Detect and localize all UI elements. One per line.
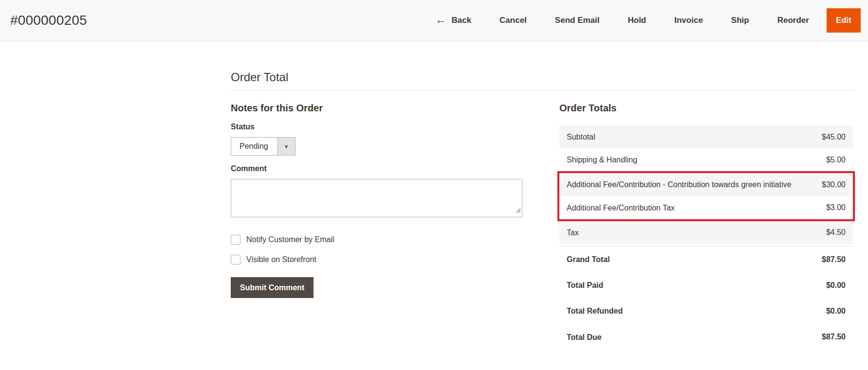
two-column-layout: Notes for this Order Status Pending ▼ Co…: [231, 103, 853, 350]
totals-row-label: Total Due: [567, 332, 822, 343]
visible-on-storefront-checkbox[interactable]: [231, 255, 240, 264]
totals-row-label: Subtotal: [567, 131, 822, 142]
totals-row-grand-total: Grand Total $87.50: [559, 247, 853, 272]
invoice-button[interactable]: Invoice: [674, 16, 703, 25]
totals-row-total-refunded: Total Refunded $0.00: [559, 298, 853, 324]
submit-comment-button[interactable]: Submit Comment: [231, 277, 314, 298]
totals-row-additional-fee-tax: Additional Fee/Contribution Tax $3.00: [559, 196, 853, 219]
totals-row-tax: Tax $4.50: [559, 221, 853, 244]
comment-textarea[interactable]: [231, 179, 522, 217]
totals-row-value: $4.50: [826, 228, 846, 237]
comment-options: Notify Customer by Email Visible on Stor…: [231, 235, 522, 264]
page-actions: ← Back Cancel Send Email Hold Invoice Sh…: [435, 8, 861, 33]
totals-row-total-due: Total Due $87.50: [559, 324, 853, 350]
notify-customer-checkbox[interactable]: [231, 235, 240, 245]
totals-row-label: Tax: [567, 227, 826, 238]
edit-button[interactable]: Edit: [827, 8, 861, 33]
order-totals-heading: Order Totals: [559, 103, 853, 114]
totals-row-shipping: Shipping & Handling $5.00: [559, 148, 853, 171]
red-highlight-box: Additional Fee/Contribution - Contributi…: [557, 171, 855, 221]
back-button[interactable]: ← Back: [435, 15, 471, 26]
totals-row-label: Additional Fee/Contribution Tax: [567, 202, 826, 213]
page-title: #000000205: [10, 13, 87, 28]
totals-row-subtotal: Subtotal $45.00: [559, 125, 853, 148]
reorder-button[interactable]: Reorder: [777, 16, 809, 25]
back-arrow-icon: ←: [435, 15, 446, 25]
chevron-down-icon: ▼: [277, 138, 295, 155]
back-button-label: Back: [451, 16, 471, 25]
order-view-page: #000000205 ← Back Cancel Send Email Hold…: [0, 0, 868, 370]
hold-button[interactable]: Hold: [628, 16, 646, 25]
totals-row-value: $87.50: [822, 333, 846, 341]
totals-row-total-paid: Total Paid $0.00: [559, 272, 853, 298]
cancel-button[interactable]: Cancel: [499, 16, 527, 25]
totals-row-value: $0.00: [826, 307, 846, 316]
notes-heading: Notes for this Order: [231, 103, 522, 114]
visible-on-storefront-label: Visible on Storefront: [246, 255, 316, 264]
totals-row-label: Total Paid: [567, 280, 826, 291]
status-select-value: Pending: [231, 138, 277, 155]
totals-row-label: Grand Total: [567, 254, 822, 265]
order-notes-section: Notes for this Order Status Pending ▼ Co…: [231, 103, 522, 350]
totals-row-value: $45.00: [822, 133, 846, 141]
notify-customer-label: Notify Customer by Email: [246, 235, 334, 244]
totals-row-value: $30.00: [822, 180, 846, 189]
totals-row-value: $5.00: [826, 156, 846, 164]
totals-row-value: $87.50: [822, 255, 846, 264]
visible-on-storefront-row: Visible on Storefront: [231, 255, 522, 264]
totals-row-value: $3.00: [826, 203, 846, 212]
comment-textarea-wrap: [231, 179, 522, 217]
section-title: Order Total: [231, 41, 853, 90]
main-content: Order Total Notes for this Order Status …: [0, 41, 868, 350]
totals-row-additional-fee: Additional Fee/Contribution - Contributi…: [559, 173, 853, 196]
totals-row-label: Total Refunded: [567, 305, 826, 317]
send-email-button[interactable]: Send Email: [555, 16, 600, 25]
notify-customer-row: Notify Customer by Email: [231, 235, 522, 245]
ship-button[interactable]: Ship: [731, 16, 749, 25]
totals-row-value: $0.00: [826, 281, 846, 290]
order-totals-table: Subtotal $45.00 Shipping & Handling $5.0…: [559, 125, 853, 350]
order-totals-section: Order Totals Subtotal $45.00 Shipping & …: [559, 103, 853, 350]
totals-row-label: Additional Fee/Contribution - Contributi…: [567, 179, 822, 190]
comment-label: Comment: [231, 164, 522, 173]
totals-row-label: Shipping & Handling: [567, 154, 826, 165]
status-label: Status: [231, 123, 522, 131]
status-select[interactable]: Pending ▼: [231, 137, 295, 156]
page-header: #000000205 ← Back Cancel Send Email Hold…: [0, 0, 868, 41]
